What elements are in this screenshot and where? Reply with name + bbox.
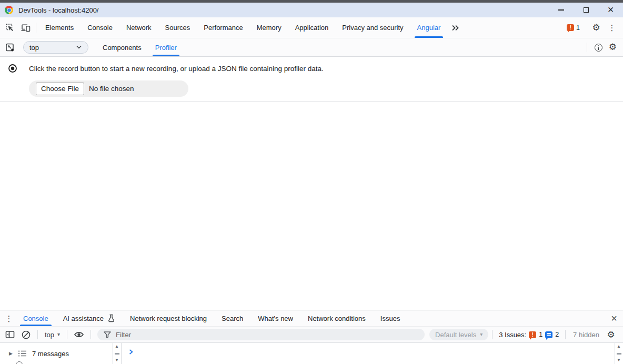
drawer-tab-search[interactable]: Search <box>214 310 250 326</box>
drawer-tab-network-conditions[interactable]: Network conditions <box>300 310 373 326</box>
sidebar-scrollbar[interactable]: ▲ ▼ <box>112 343 121 364</box>
tab-label: Privacy and security <box>342 24 403 32</box>
tab-angular[interactable]: Angular <box>410 17 448 38</box>
tab-privacy-and-security[interactable]: Privacy and security <box>335 17 410 38</box>
drawer-tab-network-request-blocking[interactable]: Network request blocking <box>123 310 214 326</box>
angular-settings-button[interactable]: ⚙ <box>609 43 617 52</box>
tab-label: Elements <box>45 24 74 32</box>
sidebar-toggle-icon <box>5 330 15 339</box>
tab-label: Network conditions <box>308 315 366 322</box>
settings-button[interactable]: ⚙ <box>588 23 604 32</box>
levels-value: Default levels <box>435 331 476 339</box>
scrollbar-thumb[interactable] <box>617 353 621 355</box>
gear-icon: ⚙ <box>609 42 617 52</box>
console-filter[interactable] <box>97 329 425 340</box>
info-button[interactable] <box>595 44 602 52</box>
errors-badge[interactable]: ! 1 <box>563 24 584 32</box>
record-button[interactable] <box>8 64 17 73</box>
expand-triangle-icon[interactable]: ▶ <box>9 351 13 356</box>
drawer-tab-console[interactable]: Console <box>16 310 56 326</box>
device-toolbar-button[interactable] <box>18 17 34 38</box>
scrollbar-thumb[interactable] <box>115 353 119 355</box>
issues-summary[interactable]: 3 Issues: ! 1 2 <box>496 331 561 339</box>
tab-label: Components <box>103 44 142 52</box>
console-context-selector[interactable]: top ▾ <box>42 331 63 339</box>
angular-toolbar-right: ⚙ <box>586 38 623 56</box>
double-chevron-icon <box>451 24 459 32</box>
tab-components[interactable]: Components <box>96 38 148 56</box>
console-toolbar: top ▾ Default levels ▾ <box>0 327 623 343</box>
more-tabs-button[interactable] <box>447 17 463 38</box>
page-error-count: 1 <box>539 331 542 338</box>
message-list-icon <box>18 350 27 357</box>
drawer-tab-ai-assistance[interactable]: AI assistance <box>56 310 123 326</box>
drawer: ⋮ Console AI assistance Network request … <box>0 310 623 364</box>
minimize-button[interactable] <box>549 3 574 17</box>
eye-icon <box>74 330 84 339</box>
angular-panel-tabs: Components Profiler <box>96 38 184 56</box>
page-error-icon: ! <box>529 331 536 338</box>
file-input[interactable]: Choose File No file chosen <box>29 80 188 97</box>
console-prompt[interactable] <box>122 343 614 364</box>
choose-file-button[interactable]: Choose File <box>36 83 84 95</box>
issue-count: 2 <box>555 331 559 338</box>
scroll-down-icon[interactable]: ▼ <box>115 358 119 362</box>
scroll-up-icon[interactable]: ▲ <box>115 345 119 349</box>
inspect-element-button[interactable] <box>2 17 18 38</box>
clear-icon <box>21 330 31 340</box>
drawer-close-button[interactable]: × <box>605 310 623 326</box>
tab-label: Angular <box>417 24 441 32</box>
chevron-down-icon <box>76 45 82 49</box>
live-expression-button[interactable] <box>71 330 87 339</box>
context-value: top <box>45 331 54 339</box>
drawer-tab-issues[interactable]: Issues <box>373 310 408 326</box>
tab-label: Network request blocking <box>130 315 207 322</box>
angular-element-picker-button[interactable] <box>2 38 18 56</box>
prompt-chevron-icon <box>128 349 134 355</box>
beaker-icon <box>107 314 115 322</box>
scroll-down-icon[interactable]: ▼ <box>617 358 621 362</box>
error-count: 1 <box>576 24 580 32</box>
hidden-messages-label: 7 hidden <box>569 331 603 339</box>
tab-label: Profiler <box>155 44 177 52</box>
tab-profiler[interactable]: Profiler <box>148 38 184 56</box>
scroll-up-icon[interactable]: ▲ <box>617 345 621 349</box>
picker-icon <box>5 42 15 53</box>
console-scrollbar[interactable]: ▲ ▼ <box>614 343 623 364</box>
tab-memory[interactable]: Memory <box>250 17 288 38</box>
toolbar-separator <box>36 23 36 33</box>
dropdown-arrow-icon: ▾ <box>480 332 483 337</box>
page-error-icon: ! <box>567 24 574 31</box>
tab-performance[interactable]: Performance <box>197 17 249 38</box>
minimize-icon <box>558 9 564 10</box>
close-button[interactable]: × <box>598 3 623 17</box>
record-icon <box>8 64 17 73</box>
record-row: Click the record button to start a new r… <box>8 64 623 73</box>
messages-count-label[interactable]: 7 messages <box>32 350 69 358</box>
console-sidebar: ▶ 7 messages <box>0 343 112 364</box>
inspect-cursor-icon <box>5 23 15 33</box>
drawer-tab-whats-new[interactable]: What's new <box>250 310 300 326</box>
maximize-button[interactable] <box>574 3 598 17</box>
tab-sources[interactable]: Sources <box>158 17 197 38</box>
tab-application[interactable]: Application <box>288 17 336 38</box>
clear-console-button[interactable] <box>18 330 34 340</box>
main-menu-button[interactable]: ⋮ <box>604 24 620 32</box>
console-settings-button[interactable]: ⚙ <box>603 330 619 339</box>
toolbar-separator <box>67 330 67 339</box>
tab-console[interactable]: Console <box>81 17 119 38</box>
console-sidebar-toggle-button[interactable] <box>2 330 18 339</box>
gear-icon: ⚙ <box>607 330 615 339</box>
device-toolbar-icon <box>21 23 31 33</box>
log-levels-selector[interactable]: Default levels ▾ <box>429 329 488 340</box>
tab-label: Application <box>295 24 329 32</box>
drawer-menu-button[interactable]: ⋮ <box>2 310 16 326</box>
profiler-instruction: Click the record button to start a new r… <box>29 65 324 73</box>
tab-elements[interactable]: Elements <box>38 17 81 38</box>
frame-selector[interactable]: top <box>23 41 88 54</box>
tab-network[interactable]: Network <box>119 17 158 38</box>
tab-label: Console <box>87 24 113 32</box>
main-toolbar-right: ! 1 ⚙ ⋮ <box>563 17 623 38</box>
filter-input[interactable] <box>116 331 419 339</box>
funnel-icon <box>103 330 112 339</box>
